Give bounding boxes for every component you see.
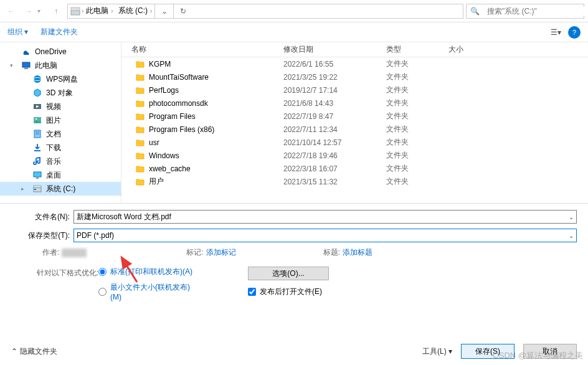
file-row[interactable]: MountTaiSoftware2021/3/25 19:22文件夹 (121, 70, 588, 83)
view-mode-button[interactable]: ☰▾ (548, 25, 563, 40)
expand-icon[interactable]: ▸ (21, 186, 29, 192)
add-title-link[interactable]: 添加标题 (343, 247, 372, 258)
col-name[interactable]: 名称 (121, 44, 283, 55)
drive-icon (32, 184, 42, 194)
breadcrumb-drive[interactable]: 系统 (C:)› (116, 4, 155, 18)
sidebar-item-download[interactable]: 下载 (0, 141, 121, 154)
tags-label: 标记: (186, 247, 203, 258)
open-after-checkbox[interactable] (248, 287, 256, 297)
up-button[interactable]: ↑ (47, 2, 65, 20)
forward-button[interactable]: → (20, 2, 37, 20)
folder-icon (135, 85, 145, 95)
file-list: 名称 修改日期 类型 大小 KGPM2022/6/1 16:55文件夹Mount… (121, 42, 588, 203)
file-name: 用户 (149, 176, 164, 187)
file-date: 2019/12/7 17:14 (283, 86, 386, 95)
refresh-button[interactable]: ↻ (173, 4, 192, 19)
filetype-select[interactable]: PDF (*.pdf) ⌄ (74, 229, 577, 242)
address-dropdown[interactable]: ⌄ (154, 4, 173, 19)
file-name: Windows (149, 151, 179, 160)
filename-input[interactable]: 新建Microsoft Word 文档.pdf ⌄ (74, 210, 577, 224)
file-date: 2022/7/11 12:34 (283, 125, 386, 134)
col-size[interactable]: 大小 (448, 44, 498, 55)
sidebar-item-onedrive[interactable]: OneDrive (0, 45, 121, 59)
sidebar-label: 此电脑 (35, 60, 57, 71)
tools-menu[interactable]: 工具(L) ▾ (422, 346, 452, 357)
file-row[interactable]: xweb_cache2022/3/18 16:07文件夹 (121, 162, 588, 175)
file-type: 文件夹 (386, 163, 448, 174)
new-folder-button[interactable]: 新建文件夹 (40, 27, 78, 37)
file-row[interactable]: KGPM2022/6/1 16:55文件夹 (121, 57, 588, 70)
file-row[interactable]: photocommonsdk2021/6/8 14:43文件夹 (121, 97, 588, 110)
file-date: 2022/7/18 19:46 (283, 151, 386, 160)
sidebar-item-video[interactable]: 视频 (0, 100, 121, 113)
file-row[interactable]: PerfLogs2019/12/7 17:14文件夹 (121, 83, 588, 97)
file-type: 文件夹 (386, 98, 448, 108)
file-row[interactable]: Program Files (x86)2022/7/11 12:34文件夹 (121, 123, 588, 136)
back-button[interactable]: ← (2, 2, 20, 20)
doc-icon (32, 129, 42, 139)
sidebar-label: 文档 (46, 129, 61, 140)
add-tags-link[interactable]: 添加标记 (206, 247, 236, 258)
col-date[interactable]: 修改日期 (283, 44, 386, 55)
file-type: 文件夹 (386, 72, 448, 82)
file-name: xweb_cache (149, 164, 191, 173)
file-date: 2022/6/1 16:55 (283, 60, 386, 69)
title-label: 标题: (323, 247, 340, 258)
sidebar-item-3d[interactable]: 3D 对象 (0, 86, 121, 100)
sidebar-item-wps[interactable]: WPS网盘 (0, 72, 121, 86)
file-type: 文件夹 (386, 176, 448, 187)
col-type[interactable]: 类型 (386, 44, 448, 55)
sidebar-label: WPS网盘 (46, 74, 78, 85)
svg-rect-3 (24, 68, 28, 69)
radio-standard[interactable] (98, 267, 107, 277)
file-row[interactable]: Program Files2022/7/19 8:47文件夹 (121, 110, 588, 123)
sidebar-item-picture[interactable]: 图片 (0, 113, 121, 127)
svg-rect-13 (34, 172, 41, 177)
search-input[interactable] (483, 7, 584, 16)
breadcrumb-pc[interactable]: 此电脑› (83, 4, 115, 18)
sidebar-label: OneDrive (35, 47, 67, 56)
file-row[interactable]: usr2021/10/14 12:57文件夹 (121, 136, 588, 149)
hide-folders-toggle[interactable]: ⌃ 隐藏文件夹 (11, 346, 57, 357)
folder-icon (135, 98, 145, 108)
desktop-icon (32, 170, 42, 180)
file-row[interactable]: 用户2021/3/15 11:32文件夹 (121, 175, 588, 188)
history-dropdown[interactable]: ▾ (37, 7, 47, 14)
sidebar-label: 音乐 (46, 156, 61, 167)
sidebar-item-doc[interactable]: 文档 (0, 127, 121, 141)
search-box[interactable]: 🔍 (466, 4, 584, 19)
folder-icon (135, 138, 145, 148)
folder-icon (135, 111, 145, 121)
options-button[interactable]: 选项(O)... (248, 267, 329, 280)
sidebar-label: 图片 (46, 115, 61, 126)
svg-rect-12 (34, 150, 40, 151)
file-name: MountTaiSoftware (149, 73, 209, 82)
video-icon (32, 102, 42, 111)
optimize-label: 针对以下格式优化: (11, 267, 98, 306)
expand-icon[interactable]: ▾ (10, 62, 17, 69)
address-bar[interactable]: › 此电脑› 系统 (C:)› ⌄ ↻ (67, 4, 463, 19)
folder-icon (135, 59, 145, 69)
svg-rect-2 (22, 62, 30, 67)
file-name: Program Files (x86) (149, 125, 214, 134)
sidebar-item-pc[interactable]: ▾此电脑 (0, 59, 121, 72)
chevron-down-icon[interactable]: ⌄ (569, 232, 574, 239)
file-row[interactable]: Windows2022/7/18 19:46文件夹 (121, 149, 588, 162)
file-name: photocommonsdk (149, 99, 208, 108)
filename-label: 文件名(N): (11, 212, 74, 222)
author-value[interactable] (62, 249, 87, 257)
sidebar: OneDrive▾此电脑WPS网盘3D 对象视频图片文档下载音乐桌面▸系统 (C… (0, 42, 121, 203)
search-icon: 🔍 (467, 7, 483, 16)
sidebar-label: 系统 (C:) (46, 184, 75, 194)
sidebar-item-desktop[interactable]: 桌面 (0, 168, 121, 182)
file-name: PerfLogs (149, 86, 179, 95)
chevron-down-icon[interactable]: ⌄ (569, 214, 574, 220)
download-icon (32, 143, 42, 153)
organize-menu[interactable]: 组织 ▾ (7, 27, 28, 37)
help-button[interactable]: ? (568, 26, 581, 39)
sidebar-item-music[interactable]: 音乐 (0, 154, 121, 168)
folder-icon (135, 125, 145, 135)
folder-icon (135, 151, 145, 161)
sidebar-item-drive[interactable]: ▸系统 (C:) (0, 182, 121, 196)
radio-minimum[interactable] (98, 282, 107, 301)
